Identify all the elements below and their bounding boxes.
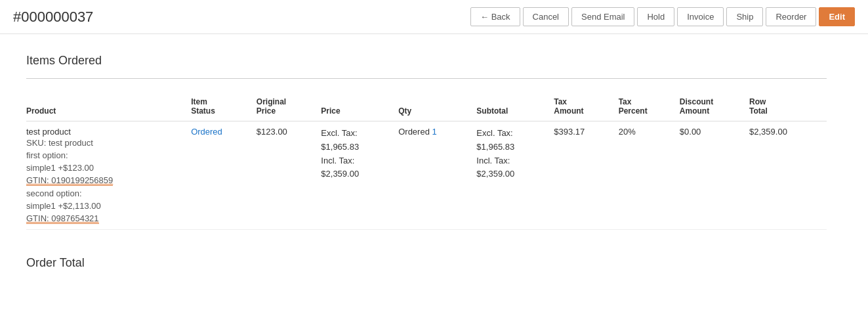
product-sku: SKU: test product bbox=[26, 138, 186, 148]
tax-amount-cell: $393.17 bbox=[554, 121, 618, 230]
send-email-button[interactable]: Send Email bbox=[571, 7, 634, 26]
header-actions: ← Back Cancel Send Email Hold Invoice Sh… bbox=[470, 7, 855, 26]
col-price: Price bbox=[321, 92, 398, 121]
price-incl-value: $2,359.00 bbox=[321, 167, 393, 181]
original-price-cell: $123.00 bbox=[257, 121, 321, 230]
col-tax-percent: Tax Percent bbox=[619, 92, 680, 121]
order-id: #000000037 bbox=[13, 9, 470, 26]
product-cell: test product SKU: test product first opt… bbox=[26, 121, 191, 230]
col-product: Product bbox=[26, 92, 191, 121]
order-total-title: Order Total bbox=[26, 256, 827, 270]
price-incl-label: Incl. Tax: bbox=[321, 154, 393, 168]
back-button[interactable]: ← Back bbox=[470, 7, 520, 26]
col-tax-amount: Tax Amount bbox=[554, 92, 618, 121]
col-subtotal: Subtotal bbox=[476, 92, 554, 121]
items-table: Product Item Status Original Price Price… bbox=[26, 92, 827, 230]
qty-cell: Ordered 1 bbox=[398, 121, 476, 230]
page-content: Items Ordered Product Item Status Origin… bbox=[0, 34, 853, 290]
price-cell: Excl. Tax: $1,965.83 Incl. Tax: $2,359.0… bbox=[321, 121, 398, 230]
subtotal-incl-value: $2,359.00 bbox=[476, 167, 548, 181]
discount-amount-value: $0.00 bbox=[680, 127, 701, 137]
invoice-button[interactable]: Invoice bbox=[677, 7, 724, 26]
subtotal-excl-value: $1,965.83 bbox=[476, 141, 548, 154]
page-header: #000000037 ← Back Cancel Send Email Hold… bbox=[0, 0, 868, 34]
second-gtin: GTIN: 0987654321 bbox=[26, 213, 186, 224]
subtotal-excl-label: Excl. Tax: bbox=[476, 127, 548, 141]
price-excl-label: Excl. Tax: bbox=[321, 127, 393, 141]
ship-button[interactable]: Ship bbox=[726, 7, 763, 26]
row-total-value: $2,359.00 bbox=[749, 127, 787, 137]
reorder-button[interactable]: Reorder bbox=[766, 7, 816, 26]
first-option-label: first option: bbox=[26, 150, 186, 160]
col-discount-amount: Discount Amount bbox=[680, 92, 749, 121]
tax-amount-value: $393.17 bbox=[554, 127, 585, 137]
subtotal-incl-label: Incl. Tax: bbox=[476, 154, 548, 168]
item-status-value: Ordered bbox=[191, 127, 222, 137]
first-option-value: simple1 +$123.00 bbox=[26, 163, 186, 173]
col-original-price: Original Price bbox=[257, 92, 321, 121]
items-ordered-title: Items Ordered bbox=[26, 54, 827, 68]
table-row: test product SKU: test product first opt… bbox=[26, 121, 827, 230]
col-qty: Qty bbox=[398, 92, 476, 121]
second-option-value: simple1 +$2,113.00 bbox=[26, 201, 186, 211]
tax-percent-cell: 20% bbox=[619, 121, 680, 230]
second-gtin-value: GTIN: 0987654321 bbox=[26, 213, 99, 224]
qty-value: 1 bbox=[432, 127, 437, 137]
discount-amount-cell: $0.00 bbox=[680, 121, 749, 230]
subtotal-cell: Excl. Tax: $1,965.83 Incl. Tax: $2,359.0… bbox=[476, 121, 554, 230]
cancel-button[interactable]: Cancel bbox=[523, 7, 569, 26]
second-option-label: second option: bbox=[26, 188, 186, 198]
table-header-row: Product Item Status Original Price Price… bbox=[26, 92, 827, 121]
row-total-cell: $2,359.00 bbox=[749, 121, 827, 230]
hold-button[interactable]: Hold bbox=[637, 7, 674, 26]
section-divider bbox=[26, 78, 827, 79]
edit-button[interactable]: Edit bbox=[819, 7, 855, 26]
col-row-total: Row Total bbox=[749, 92, 827, 121]
first-gtin-value: GTIN: 0190199256859 bbox=[26, 175, 113, 186]
product-name: test product bbox=[26, 127, 186, 137]
original-price-value: $123.00 bbox=[257, 127, 287, 137]
col-item-status: Item Status bbox=[191, 92, 257, 121]
item-status-cell: Ordered bbox=[191, 121, 257, 230]
first-gtin: GTIN: 0190199256859 bbox=[26, 175, 186, 186]
qty-label: Ordered bbox=[398, 127, 430, 137]
price-excl-value: $1,965.83 bbox=[321, 141, 393, 154]
tax-percent-value: 20% bbox=[619, 127, 636, 137]
